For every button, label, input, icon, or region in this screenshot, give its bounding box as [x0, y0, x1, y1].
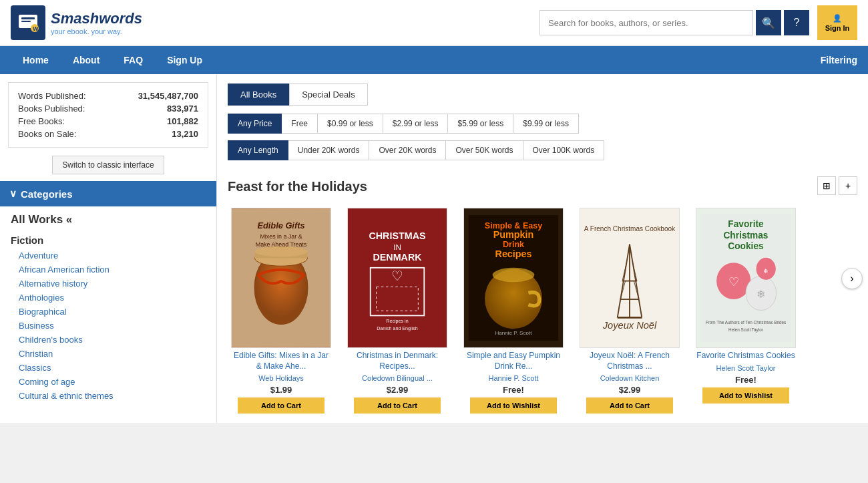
- books-on-sale-label: Books on Sale:: [18, 129, 76, 139]
- svg-text:Favorite: Favorite: [728, 219, 764, 229]
- book-title-0[interactable]: Edible Gifts: Mixes in a Jar & Make Ahe.…: [231, 351, 331, 371]
- book-cover-3[interactable]: A French Christmas Cookbook Joyeux Noël: [580, 208, 680, 348]
- main-layout: Words Published: 31,545,487,700 Books Pu…: [0, 74, 868, 423]
- grid-view-button[interactable]: ⊞: [817, 176, 836, 195]
- cat-biographical[interactable]: Biographical: [0, 305, 216, 319]
- nav-faq[interactable]: FAQ: [112, 46, 155, 74]
- free-books-value: 101,882: [167, 116, 198, 126]
- signin-button[interactable]: 👤 Sign In: [817, 5, 857, 40]
- words-published-label: Words Published:: [18, 91, 86, 101]
- book-cover-4[interactable]: Favorite Christmas Cookies ♡ ❄ ❄ From Th…: [696, 208, 796, 348]
- filter-5-99[interactable]: $5.99 or less: [448, 114, 513, 134]
- book-author-3[interactable]: Coledown Kitchen: [600, 374, 660, 382]
- help-button[interactable]: ?: [784, 10, 809, 35]
- book-price-3: $2.99: [619, 385, 641, 395]
- search-button[interactable]: 🔍: [756, 10, 781, 35]
- nav-home[interactable]: Home: [11, 46, 61, 74]
- filter-9-99[interactable]: $9.99 or less: [513, 114, 579, 134]
- svg-text:Danish and English: Danish and English: [377, 326, 418, 331]
- svg-rect-2: [21, 21, 31, 22]
- book-title-4[interactable]: Favorite Christmas Cookies: [696, 351, 795, 361]
- book-author-2[interactable]: Hannie P. Scott: [488, 374, 538, 382]
- switch-interface-button[interactable]: Switch to classic interface: [52, 156, 164, 174]
- nav-links: Home About FAQ Sign Up: [11, 46, 214, 74]
- book-cover-1[interactable]: CHRISTMAS IN DENMARK ♡ Recipes in Danish…: [347, 208, 447, 348]
- svg-text:Helen Scott Taylor: Helen Scott Taylor: [728, 327, 764, 333]
- filter-free[interactable]: Free: [282, 114, 318, 134]
- svg-text:IN: IN: [393, 243, 401, 251]
- signin-label: Sign In: [825, 24, 850, 32]
- nav-about[interactable]: About: [61, 46, 112, 74]
- cat-african-american[interactable]: African American fiction: [0, 263, 216, 277]
- add-cart-button-0[interactable]: Add to Cart: [238, 397, 324, 414]
- book-title-3[interactable]: Joyeux Noël: A French Christmas ...: [580, 351, 680, 371]
- svg-text:Recipes in: Recipes in: [386, 319, 408, 324]
- book-card-1: CHRISTMAS IN DENMARK ♡ Recipes in Danish…: [344, 208, 451, 414]
- tab-all-books[interactable]: All Books: [228, 84, 289, 106]
- book-price-2: Free!: [503, 385, 524, 395]
- svg-text:Cookies: Cookies: [728, 241, 764, 251]
- svg-text:W: W: [33, 25, 39, 32]
- book-cover-0[interactable]: Edible Gifts Mixes in a Jar & Make Ahead…: [231, 208, 331, 348]
- book-author-1[interactable]: Coledown Bilingual ...: [362, 374, 433, 382]
- content-area: All Books Special Deals Any Price Free $…: [217, 74, 868, 423]
- book-title-1[interactable]: Christmas in Denmark: Recipes...: [347, 351, 447, 371]
- filter-any-price[interactable]: Any Price: [228, 114, 282, 134]
- filter-2-99[interactable]: $2.99 or less: [383, 114, 449, 134]
- book-card-2: Simple & Easy Pumpkin Drink Recipes Hann…: [460, 208, 567, 414]
- filter-under-20k[interactable]: Under 20K words: [288, 140, 370, 160]
- tab-special-deals[interactable]: Special Deals: [289, 84, 368, 106]
- svg-text:Recipes: Recipes: [495, 249, 532, 259]
- filter-0-99[interactable]: $0.99 or less: [318, 114, 383, 134]
- add-view-button[interactable]: +: [839, 176, 857, 195]
- add-wishlist-button-2[interactable]: Add to Wishlist: [470, 397, 557, 414]
- cat-cultural[interactable]: Cultural & ethnic themes: [0, 389, 216, 403]
- svg-text:Edible Gifts: Edible Gifts: [257, 220, 304, 230]
- book-author-0[interactable]: Web Holidays: [258, 374, 304, 382]
- filter-over-20k[interactable]: Over 20K words: [369, 140, 446, 160]
- svg-text:❄: ❄: [763, 268, 769, 275]
- book-author-4[interactable]: Helen Scott Taylor: [716, 364, 775, 372]
- svg-text:CHRISTMAS: CHRISTMAS: [369, 230, 425, 241]
- cat-anthologies[interactable]: Anthologies: [0, 291, 216, 305]
- svg-text:From The Authors of Ten Christ: From The Authors of Ten Christmas Brides: [706, 320, 787, 325]
- next-button[interactable]: ›: [841, 268, 863, 289]
- cat-classics[interactable]: Classics: [0, 361, 216, 375]
- svg-text:A French Christmas Cookbook: A French Christmas Cookbook: [584, 225, 676, 232]
- books-row: Edible Gifts Mixes in a Jar & Make Ahead…: [228, 208, 857, 414]
- cat-coming-of-age[interactable]: Coming of age: [0, 375, 216, 389]
- add-wishlist-button-4[interactable]: Add to Wishlist: [702, 387, 789, 404]
- book-title-2[interactable]: Simple and Easy Pumpkin Drink Re...: [463, 351, 564, 371]
- cat-adventure[interactable]: Adventure: [0, 249, 216, 263]
- nav-signup[interactable]: Sign Up: [155, 46, 214, 74]
- view-icons: ⊞ +: [817, 176, 857, 195]
- add-cart-button-3[interactable]: Add to Cart: [586, 397, 673, 414]
- all-works-link[interactable]: All Works «: [0, 206, 216, 229]
- stats-sale: Books on Sale: 13,210: [18, 128, 198, 140]
- filter-over-50k[interactable]: Over 50K words: [446, 140, 523, 160]
- filter-any-length[interactable]: Any Length: [228, 140, 288, 160]
- heading-row: Feast for the Holidays ⊞ +: [228, 170, 857, 201]
- book-price-0: $1.99: [270, 385, 292, 395]
- logo-icon: W: [11, 5, 45, 40]
- cat-business[interactable]: Business: [0, 319, 216, 333]
- svg-text:♡: ♡: [728, 275, 739, 289]
- cat-christian[interactable]: Christian: [0, 347, 216, 361]
- svg-text:Christmas: Christmas: [723, 230, 768, 240]
- book-cover-2[interactable]: Simple & Easy Pumpkin Drink Recipes Hann…: [463, 208, 564, 348]
- cat-childrens[interactable]: Children's books: [0, 333, 216, 347]
- filter-over-100k[interactable]: Over 100K words: [523, 140, 605, 160]
- cat-alternative-history[interactable]: Alternative history: [0, 277, 216, 291]
- svg-rect-1: [21, 17, 35, 19]
- add-cart-button-1[interactable]: Add to Cart: [354, 397, 441, 414]
- svg-text:Joyeux Noël: Joyeux Noël: [602, 320, 657, 331]
- nav-filter[interactable]: Filtering: [821, 55, 857, 65]
- books-on-sale-value: 13,210: [172, 129, 198, 139]
- books-published-value: 833,971: [167, 104, 198, 114]
- price-filter-row: Any Price Free $0.99 or less $2.99 or le…: [228, 114, 857, 134]
- stats-words: Words Published: 31,545,487,700: [18, 90, 198, 102]
- words-published-value: 31,545,487,700: [138, 91, 198, 101]
- search-input[interactable]: [539, 10, 753, 35]
- svg-point-28: [493, 268, 535, 282]
- free-books-label: Free Books:: [18, 116, 65, 126]
